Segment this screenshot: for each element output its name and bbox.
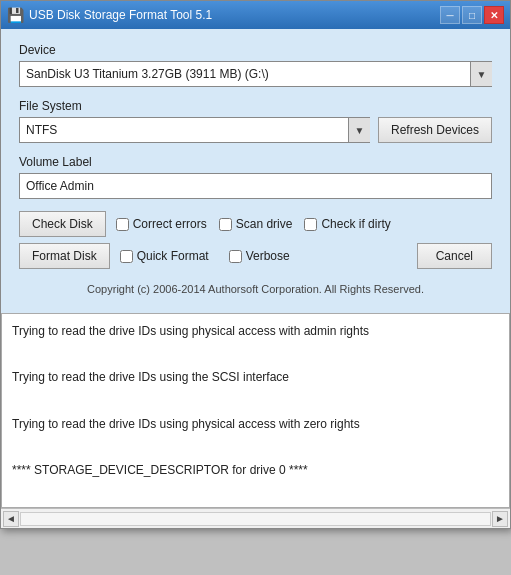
- log-line: Trying to read the drive IDs using physi…: [12, 322, 499, 341]
- copyright-text: Copyright (c) 2006-2014 Authorsoft Corpo…: [19, 277, 492, 303]
- verbose-checkbox[interactable]: [229, 250, 242, 263]
- volume-label-label: Volume Label: [19, 155, 492, 169]
- format-row: Format Disk Quick Format Verbose Cancel: [19, 243, 492, 269]
- log-line: [12, 438, 499, 457]
- check-if-dirty-item[interactable]: Check if dirty: [304, 217, 390, 231]
- scroll-left-button[interactable]: ◄: [3, 511, 19, 527]
- quick-format-item[interactable]: Quick Format: [120, 249, 209, 263]
- check-disk-button[interactable]: Check Disk: [19, 211, 106, 237]
- title-bar-buttons: ─ □ ✕: [440, 6, 504, 24]
- cancel-button[interactable]: Cancel: [417, 243, 492, 269]
- log-line: [12, 392, 499, 411]
- device-select-wrapper: SanDisk U3 Titanium 3.27GB (3911 MB) (G:…: [19, 61, 492, 87]
- verbose-label: Verbose: [246, 249, 290, 263]
- file-system-select[interactable]: NTFS FAT32 FAT exFAT: [19, 117, 370, 143]
- log-area[interactable]: Trying to read the drive IDs using physi…: [1, 313, 510, 508]
- scan-drive-checkbox[interactable]: [219, 218, 232, 231]
- file-system-select-wrap: NTFS FAT32 FAT exFAT ▼: [19, 117, 370, 143]
- correct-errors-item[interactable]: Correct errors: [116, 217, 207, 231]
- verbose-item[interactable]: Verbose: [229, 249, 290, 263]
- maximize-button[interactable]: □: [462, 6, 482, 24]
- device-label: Device: [19, 43, 492, 57]
- log-line: Trying to read the drive IDs using physi…: [12, 415, 499, 434]
- check-if-dirty-label: Check if dirty: [321, 217, 390, 231]
- correct-errors-checkbox[interactable]: [116, 218, 129, 231]
- scroll-track-horizontal[interactable]: [20, 512, 491, 526]
- scan-drive-item[interactable]: Scan drive: [219, 217, 293, 231]
- minimize-button[interactable]: ─: [440, 6, 460, 24]
- quick-format-checkbox[interactable]: [120, 250, 133, 263]
- window-title: USB Disk Storage Format Tool 5.1: [29, 8, 212, 22]
- correct-errors-label: Correct errors: [133, 217, 207, 231]
- volume-label-input[interactable]: [19, 173, 492, 199]
- device-select[interactable]: SanDisk U3 Titanium 3.27GB (3911 MB) (G:…: [19, 61, 492, 87]
- horizontal-scrollbar: ◄ ►: [1, 508, 510, 528]
- title-bar: 💾 USB Disk Storage Format Tool 5.1 ─ □ ✕: [1, 1, 510, 29]
- file-system-label: File System: [19, 99, 492, 113]
- log-line: **** STORAGE_DEVICE_DESCRIPTOR for drive…: [12, 461, 499, 480]
- title-bar-left: 💾 USB Disk Storage Format Tool 5.1: [7, 7, 212, 23]
- refresh-devices-button[interactable]: Refresh Devices: [378, 117, 492, 143]
- file-system-group: File System NTFS FAT32 FAT exFAT ▼ Refre…: [19, 99, 492, 143]
- format-disk-button[interactable]: Format Disk: [19, 243, 110, 269]
- main-content: Device SanDisk U3 Titanium 3.27GB (3911 …: [1, 29, 510, 313]
- quick-format-label: Quick Format: [137, 249, 209, 263]
- device-group: Device SanDisk U3 Titanium 3.27GB (3911 …: [19, 43, 492, 87]
- app-icon: 💾: [7, 7, 23, 23]
- check-if-dirty-checkbox[interactable]: [304, 218, 317, 231]
- log-line: Trying to read the drive IDs using the S…: [12, 368, 499, 387]
- check-disk-row: Check Disk Correct errors Scan drive Che…: [19, 211, 492, 237]
- close-button[interactable]: ✕: [484, 6, 504, 24]
- scan-drive-label: Scan drive: [236, 217, 293, 231]
- volume-label-group: Volume Label: [19, 155, 492, 199]
- log-line: [12, 345, 499, 364]
- scroll-right-button[interactable]: ►: [492, 511, 508, 527]
- file-system-row: NTFS FAT32 FAT exFAT ▼ Refresh Devices: [19, 117, 492, 143]
- main-window: 💾 USB Disk Storage Format Tool 5.1 ─ □ ✕…: [0, 0, 511, 529]
